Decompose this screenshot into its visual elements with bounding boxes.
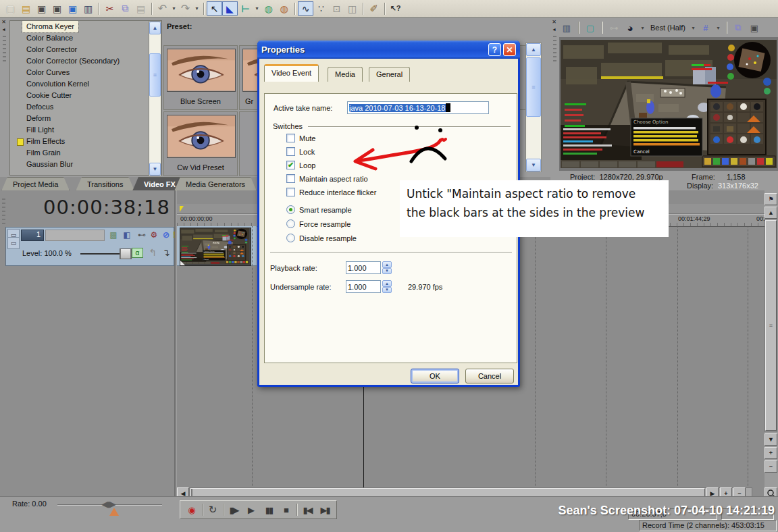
- dialog-titlebar[interactable]: Properties ? ✕: [257, 41, 520, 59]
- list-item[interactable]: Fill Light: [10, 124, 150, 136]
- tab-general[interactable]: General: [369, 67, 410, 82]
- level-slider-handle[interactable]: [120, 248, 132, 259]
- trim-tool-icon[interactable]: ∿: [298, 1, 313, 16]
- zoom-in-track-icon[interactable]: +: [764, 447, 777, 459]
- bypass-motion-blur-icon[interactable]: ▩: [107, 230, 120, 240]
- maintain-aspect-ratio-checkbox[interactable]: [286, 174, 295, 183]
- undersample-rate-spinner[interactable]: ▲▼: [382, 280, 392, 293]
- envelope-edit-tool-icon[interactable]: ◣: [222, 1, 238, 16]
- dock-grip[interactable]: [2, 198, 5, 225]
- pv-grid-overlay-icon[interactable]: #: [698, 21, 713, 34]
- list-item[interactable]: Deform: [10, 113, 150, 124]
- cancel-button[interactable]: Cancel: [465, 369, 514, 383]
- open-icon[interactable]: ▤: [18, 1, 34, 16]
- smart-resample-radio[interactable]: [286, 205, 295, 214]
- envelope-points-icon[interactable]: ∵: [313, 1, 329, 16]
- pv-save-frame-icon[interactable]: ▣: [747, 21, 762, 34]
- reduce-interlace-flicker-checkbox[interactable]: [286, 188, 295, 196]
- pv-copy-frame-icon[interactable]: ⧉: [731, 21, 746, 34]
- timeline-vscrollbar[interactable]: ⚑ ▲ ≡ ▼ + −: [764, 193, 777, 500]
- go-to-end-button[interactable]: ▶▮: [316, 502, 334, 517]
- lock-envelopes-icon[interactable]: ◍: [261, 1, 276, 16]
- tab-project-media[interactable]: Project Media: [1, 177, 70, 191]
- mute-checkbox[interactable]: [286, 134, 295, 142]
- cut-icon[interactable]: ✂: [102, 1, 118, 16]
- list-item[interactable]: Color Corrector (Secondary): [10, 55, 150, 67]
- scroll-down-icon[interactable]: ▼: [149, 163, 161, 176]
- fx-list-scrollbar[interactable]: ▲ ≡ ▼: [149, 21, 161, 176]
- list-item[interactable]: Film Effects: [10, 136, 150, 147]
- scroll-down-icon[interactable]: ▼: [526, 159, 541, 171]
- copy-icon[interactable]: ⧉: [118, 1, 133, 16]
- paste-icon[interactable]: ▤: [133, 1, 149, 16]
- video-event-clip[interactable]: [180, 228, 251, 266]
- track-fx-icon[interactable]: ⚙: [148, 230, 160, 240]
- undersample-rate-input[interactable]: 1.000: [346, 280, 381, 293]
- redo-icon[interactable]: ↷: [178, 1, 193, 16]
- paint-tool-icon[interactable]: ✐: [366, 1, 382, 16]
- dialog-close-icon[interactable]: ✕: [503, 43, 516, 56]
- compositing-mode-icon[interactable]: α: [132, 248, 143, 258]
- dock-grip[interactable]: [553, 36, 556, 63]
- playback-rate-input[interactable]: 1.000: [346, 261, 381, 274]
- list-item[interactable]: Film Grain: [10, 147, 150, 159]
- record-button[interactable]: ◉: [183, 502, 201, 517]
- preset-item[interactable]: Cw Vid Preset: [163, 111, 238, 176]
- scroll-up-icon[interactable]: ▲: [526, 43, 541, 56]
- list-item[interactable]: Convolution Kernel: [10, 78, 150, 90]
- tab-transitions[interactable]: Transitions: [76, 177, 134, 191]
- pv-split-screen-view-icon[interactable]: ⊶: [606, 21, 621, 34]
- fade-handle[interactable]: [180, 261, 185, 265]
- undo-dropdown-icon[interactable]: ▾: [170, 5, 178, 11]
- project-properties-icon[interactable]: ▥: [80, 1, 96, 16]
- list-item[interactable]: Cookie Cutter: [10, 90, 150, 101]
- track-motion-icon[interactable]: ◧: [121, 230, 133, 240]
- normal-edit-tool-icon[interactable]: ↖: [207, 1, 222, 16]
- make-compositing-child-icon[interactable]: ↴: [160, 247, 172, 258]
- close-icon[interactable]: ✕: [0, 18, 7, 26]
- list-item[interactable]: Defocus: [10, 101, 150, 113]
- lock-checkbox[interactable]: [286, 147, 295, 156]
- tab-media[interactable]: Media: [328, 67, 363, 82]
- scroll-up-icon[interactable]: ▲: [149, 22, 161, 34]
- spin-up-icon[interactable]: ▲: [382, 280, 392, 287]
- scrollbar-thumb[interactable]: ≡: [765, 220, 777, 431]
- maximize-track-icon[interactable]: ▭: [7, 237, 20, 249]
- zoom-out-track-icon[interactable]: −: [764, 460, 777, 473]
- timeline-marker[interactable]: [180, 206, 184, 212]
- scroll-up-icon[interactable]: ▲: [764, 207, 777, 219]
- pv-preview-quality-icon[interactable]: ◕: [623, 21, 638, 34]
- list-item[interactable]: Color Curves: [10, 67, 150, 78]
- list-item[interactable]: Color Corrector: [10, 44, 150, 55]
- timeline-time-display[interactable]: 00:00:38;18: [43, 196, 170, 219]
- save-as-icon[interactable]: ▣: [49, 1, 65, 16]
- make-compositing-parent-icon[interactable]: ↰: [147, 247, 159, 258]
- loop-checkbox[interactable]: ✔: [286, 161, 295, 169]
- tab-video-event[interactable]: Video Event: [264, 64, 319, 82]
- automatic-crossfades-icon[interactable]: ⊢: [238, 1, 253, 16]
- tab-media-generators[interactable]: Media Generators: [174, 177, 257, 191]
- pin-icon[interactable]: ◂: [0, 26, 7, 33]
- selection-tool-icon[interactable]: ⊡: [329, 1, 344, 16]
- spin-down-icon[interactable]: ▼: [382, 287, 392, 294]
- active-take-name-input[interactable]: java 2010-07-03 16-13-20-18: [347, 101, 489, 114]
- undo-icon[interactable]: ↶: [155, 1, 170, 16]
- disable-resample-radio[interactable]: [286, 234, 295, 242]
- crossfades-dropdown-icon[interactable]: ▾: [253, 5, 261, 11]
- stop-button[interactable]: ■: [278, 502, 295, 517]
- list-item[interactable]: Color Balance: [10, 32, 150, 44]
- track-name-field[interactable]: [45, 230, 105, 241]
- track-header[interactable]: ▭ ▭ 1 ▩ ◧ ⊷ ⚙ ⊘ ! Level: 100.0 % α ↰ ↴: [5, 227, 174, 266]
- grid-dropdown-icon[interactable]: ▾: [715, 25, 722, 31]
- play-from-start-button[interactable]: ▮▶: [225, 502, 242, 517]
- quality-dropdown-icon[interactable]: ▾: [639, 25, 646, 31]
- pv-external-monitor-icon[interactable]: ▢: [583, 21, 598, 34]
- spin-up-icon[interactable]: ▲: [382, 261, 392, 268]
- automation-settings-icon[interactable]: ⊷: [136, 230, 148, 240]
- ok-button[interactable]: OK: [411, 369, 459, 383]
- force-resample-radio[interactable]: [286, 219, 295, 228]
- play-button[interactable]: ▶: [242, 502, 260, 517]
- go-to-start-button[interactable]: ▮◀: [299, 502, 316, 517]
- pin-icon[interactable]: ◂: [550, 26, 558, 33]
- dialog-help-icon[interactable]: ?: [488, 43, 501, 56]
